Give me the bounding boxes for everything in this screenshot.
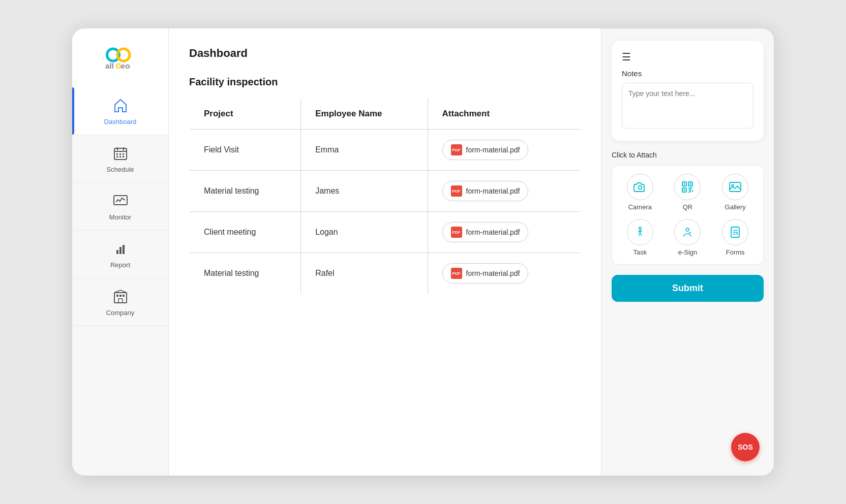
svg-rect-20 xyxy=(118,299,123,303)
task-label: Task xyxy=(633,248,647,256)
attach-grid: Camera xyxy=(612,165,764,265)
svg-rect-18 xyxy=(123,245,125,254)
svg-rect-11 xyxy=(123,153,124,155)
attachment-badge[interactable]: PDFform-material.pdf xyxy=(442,181,529,201)
attach-label: Click to Attach xyxy=(612,151,764,159)
page-title: Dashboard xyxy=(189,47,581,60)
task-icon xyxy=(627,219,653,245)
svg-rect-19 xyxy=(114,293,127,303)
attach-item-qr[interactable]: QR xyxy=(668,174,708,211)
sidebar-item-company[interactable]: Company xyxy=(72,278,168,326)
svg-point-40 xyxy=(639,227,641,229)
table-row: Field VisitEmmaPDFform-material.pdf xyxy=(190,130,581,171)
svg-rect-21 xyxy=(116,295,118,297)
svg-rect-12 xyxy=(116,156,118,158)
home-icon xyxy=(111,97,130,115)
cell-employee: Rafel xyxy=(301,253,428,294)
attachment-filename: form-material.pdf xyxy=(466,146,520,154)
svg-rect-10 xyxy=(119,153,121,155)
forms-label: Forms xyxy=(726,248,745,256)
cell-project: Field Visit xyxy=(190,130,301,171)
sidebar-item-schedule-label: Schedule xyxy=(106,166,134,173)
svg-rect-9 xyxy=(116,153,118,155)
svg-rect-31 xyxy=(690,183,691,185)
camera-label: Camera xyxy=(628,203,652,211)
attachment-filename: form-material.pdf xyxy=(466,187,520,195)
sos-button[interactable]: SOS xyxy=(731,433,760,461)
attach-item-task[interactable]: Task xyxy=(620,219,660,256)
svg-point-26 xyxy=(638,186,642,190)
submit-button[interactable]: Submit xyxy=(612,275,764,302)
qr-label: QR xyxy=(683,203,693,211)
attach-item-camera[interactable]: Camera xyxy=(620,174,660,211)
attachment-filename: form-material.pdf xyxy=(466,228,520,236)
notes-textarea[interactable] xyxy=(622,83,753,129)
attachment-badge[interactable]: PDFform-material.pdf xyxy=(442,263,529,284)
svg-rect-23 xyxy=(123,295,125,297)
cell-project: Material testing xyxy=(190,171,301,212)
report-icon xyxy=(111,240,130,258)
hamburger-icon[interactable]: ☰ xyxy=(622,51,753,63)
sidebar: all G eo Dashboard xyxy=(72,28,169,476)
attach-item-forms[interactable]: Forms xyxy=(715,219,755,256)
qr-icon xyxy=(674,174,701,200)
svg-rect-13 xyxy=(119,156,121,158)
cell-attachment: PDFform-material.pdf xyxy=(428,171,580,212)
cell-project: Client meeting xyxy=(190,212,301,253)
forms-icon xyxy=(722,219,748,245)
svg-rect-14 xyxy=(123,156,124,158)
logo: all G eo xyxy=(72,28,168,87)
attach-item-gallery[interactable]: Gallery xyxy=(715,174,755,211)
sidebar-item-monitor-label: Monitor xyxy=(109,213,131,221)
monitor-icon xyxy=(111,192,130,210)
attachment-badge[interactable]: PDFform-material.pdf xyxy=(442,140,529,160)
pdf-icon: PDF xyxy=(451,227,462,238)
gallery-icon xyxy=(722,174,748,200)
col-employee: Employee Name xyxy=(301,99,428,130)
sidebar-item-dashboard[interactable]: Dashboard xyxy=(72,87,168,135)
svg-rect-17 xyxy=(119,247,122,254)
esign-label: e-Sign xyxy=(678,248,698,256)
cell-attachment: PDFform-material.pdf xyxy=(428,212,580,253)
main-content: Dashboard Facility inspection Project Em… xyxy=(169,28,601,476)
table-row: Material testingRafelPDFform-material.pd… xyxy=(190,253,581,294)
sidebar-item-dashboard-label: Dashboard xyxy=(104,118,137,125)
svg-line-45 xyxy=(640,233,642,236)
cell-employee: Logan xyxy=(301,212,428,253)
notes-card: ☰ Notes xyxy=(612,41,764,141)
sidebar-item-report[interactable]: Report xyxy=(72,231,168,278)
pdf-icon: PDF xyxy=(451,185,462,197)
svg-line-44 xyxy=(639,233,640,236)
sidebar-item-monitor[interactable]: Monitor xyxy=(72,183,168,231)
svg-text:all: all xyxy=(105,61,114,70)
cell-employee: James xyxy=(301,171,428,212)
svg-point-46 xyxy=(686,228,689,231)
cell-attachment: PDFform-material.pdf xyxy=(428,130,580,171)
svg-rect-38 xyxy=(730,182,741,192)
svg-rect-22 xyxy=(119,295,122,297)
right-panel: ☰ Notes Click to Attach Camera xyxy=(601,28,774,476)
svg-rect-16 xyxy=(116,250,118,254)
sidebar-item-company-label: Company xyxy=(106,309,135,317)
gallery-label: Gallery xyxy=(725,203,746,211)
svg-rect-32 xyxy=(684,190,685,191)
svg-text:eo: eo xyxy=(120,61,130,70)
attach-item-esign[interactable]: e-Sign xyxy=(668,219,708,256)
schedule-icon xyxy=(111,144,130,163)
cell-employee: Emma xyxy=(301,130,428,171)
camera-icon xyxy=(627,174,653,200)
pdf-icon: PDF xyxy=(451,144,462,155)
section-title: Facility inspection xyxy=(189,76,581,88)
esign-icon xyxy=(674,219,701,245)
table-row: Client meetingLoganPDFform-material.pdf xyxy=(190,212,581,253)
table-row: Material testingJamesPDFform-material.pd… xyxy=(190,171,581,212)
sidebar-item-report-label: Report xyxy=(110,261,130,269)
sidebar-item-schedule[interactable]: Schedule xyxy=(72,135,168,183)
attachment-filename: form-material.pdf xyxy=(466,269,520,277)
col-attachment: Attachment xyxy=(428,99,580,130)
cell-project: Material testing xyxy=(190,253,301,294)
sidebar-nav: Dashboard xyxy=(72,87,168,476)
company-icon xyxy=(111,288,130,306)
pdf-icon: PDF xyxy=(451,268,462,279)
attachment-badge[interactable]: PDFform-material.pdf xyxy=(442,222,529,242)
